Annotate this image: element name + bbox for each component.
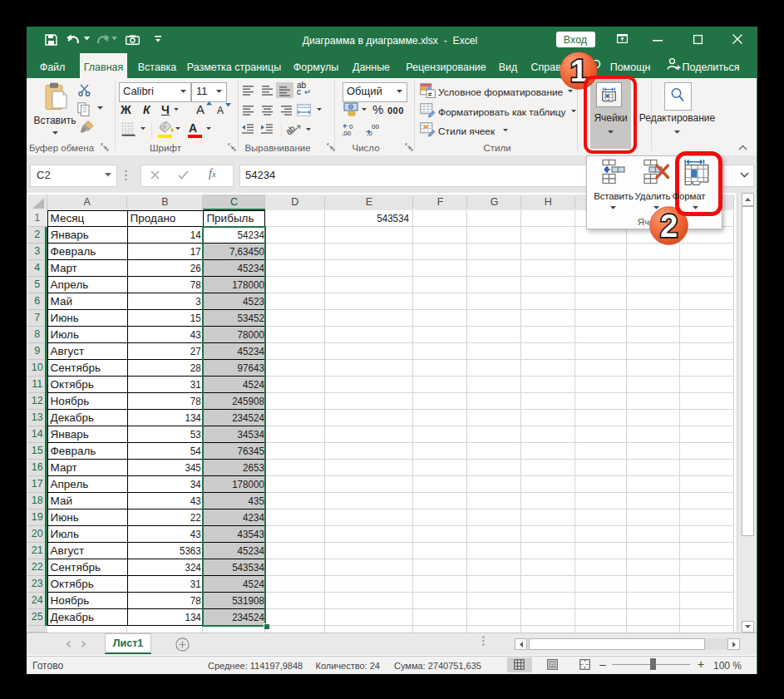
svg-text:≠: ≠ — [428, 90, 432, 98]
svg-text:2: 2 — [660, 209, 678, 244]
svg-text:,00: ,00 — [342, 130, 352, 137]
svg-text:00: 00 — [372, 123, 379, 130]
svg-text:,0: ,0 — [367, 130, 372, 137]
